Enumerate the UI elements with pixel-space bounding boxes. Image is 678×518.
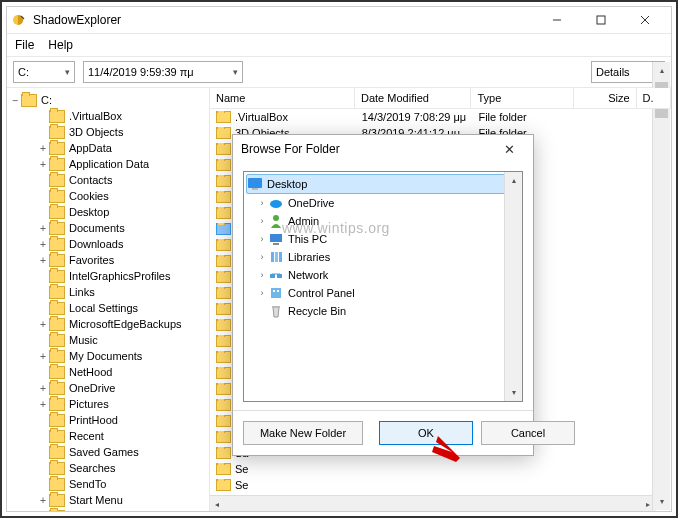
tree-item[interactable]: .VirtualBox	[9, 108, 207, 124]
folder-icon	[49, 190, 65, 203]
tree-item[interactable]: +AppData	[9, 140, 207, 156]
folder-icon	[49, 270, 65, 283]
folder-icon	[49, 110, 65, 123]
tree-item[interactable]: +Templates	[9, 508, 207, 511]
pointer-arrow-icon	[430, 434, 466, 464]
folder-icon	[49, 382, 65, 395]
tree-item[interactable]: NetHood	[9, 364, 207, 380]
window-title: ShadowExplorer	[33, 13, 535, 27]
menu-help[interactable]: Help	[48, 38, 73, 52]
tree-item[interactable]: +Favorites	[9, 252, 207, 268]
folder-icon	[49, 462, 65, 475]
col-size[interactable]: Size	[574, 88, 637, 108]
dialog-tree-item[interactable]: Recycle Bin	[246, 302, 520, 320]
folder-icon	[49, 238, 65, 251]
dialog-close-button[interactable]: ✕	[493, 142, 525, 157]
folder-icon	[49, 350, 65, 363]
dialog-tree-item[interactable]: ›OneDrive	[246, 194, 520, 212]
list-row[interactable]: .VirtualBox14/3/2019 7:08:29 μμFile fold…	[210, 109, 671, 125]
tree-item[interactable]: +My Documents	[9, 348, 207, 364]
folder-icon	[216, 223, 231, 235]
tree-item[interactable]: 3D Objects	[9, 124, 207, 140]
folder-icon	[216, 415, 231, 427]
folder-icon	[216, 287, 231, 299]
tree-item[interactable]: SendTo	[9, 476, 207, 492]
tree-item[interactable]: +OneDrive	[9, 380, 207, 396]
folder-icon	[49, 478, 65, 491]
folder-tree[interactable]: −C: .VirtualBox3D Objects+AppData+Applic…	[7, 88, 210, 511]
list-hscroll[interactable]: ◂▸	[210, 495, 656, 511]
tree-item[interactable]: +Pictures	[9, 396, 207, 412]
folder-icon	[49, 318, 65, 331]
tree-item[interactable]: Desktop	[9, 204, 207, 220]
tree-item[interactable]: Recent	[9, 428, 207, 444]
dialog-tree-item[interactable]: ›Libraries	[246, 248, 520, 266]
snapshot-combo[interactable]: 11/4/2019 9:59:39 πμ▾	[83, 61, 243, 83]
tree-item[interactable]: +Documents	[9, 220, 207, 236]
drive-combo[interactable]: C:▾	[13, 61, 75, 83]
tree-item[interactable]: +Start Menu	[9, 492, 207, 508]
svg-marker-21	[432, 436, 460, 462]
window-vscroll[interactable]: ▴▾	[652, 62, 670, 510]
cancel-button[interactable]: Cancel	[481, 421, 575, 445]
svg-rect-11	[271, 252, 274, 262]
folder-icon	[49, 126, 65, 139]
tree-item[interactable]: Cookies	[9, 188, 207, 204]
tree-item[interactable]: IntelGraphicsProfiles	[9, 268, 207, 284]
dialog-tree-item[interactable]: ›Network	[246, 266, 520, 284]
svg-rect-20	[272, 306, 280, 308]
list-row[interactable]: Se8/	[210, 477, 671, 493]
folder-icon	[216, 431, 231, 443]
minimize-button[interactable]	[535, 9, 579, 31]
svg-rect-6	[252, 188, 258, 190]
folder-icon	[49, 366, 65, 379]
dialog-tree-scroll[interactable]: ▴▾	[504, 172, 522, 401]
folder-icon	[49, 174, 65, 187]
svg-point-7	[270, 200, 282, 208]
control-panel-icon	[268, 285, 284, 301]
tree-item[interactable]: Music	[9, 332, 207, 348]
chevron-down-icon: ▾	[233, 67, 238, 77]
folder-icon	[216, 175, 231, 187]
tree-item-desktop[interactable]: Desktop	[246, 174, 520, 194]
tree-item[interactable]: Links	[9, 284, 207, 300]
col-type[interactable]: Type	[471, 88, 573, 108]
close-button[interactable]	[623, 9, 667, 31]
folder-icon	[216, 319, 231, 331]
make-new-folder-button[interactable]: Make New Folder	[243, 421, 363, 445]
maximize-button[interactable]	[579, 9, 623, 31]
folder-icon	[216, 191, 231, 203]
dialog-tree-item[interactable]: ›Control Panel	[246, 284, 520, 302]
col-name[interactable]: Name	[210, 88, 355, 108]
folder-icon	[49, 430, 65, 443]
svg-rect-12	[275, 252, 278, 262]
tree-item[interactable]: Local Settings	[9, 300, 207, 316]
dialog-folder-tree[interactable]: Desktop ›OneDrive›Admin›This PC›Librarie…	[243, 171, 523, 402]
tree-item[interactable]: +Application Data	[9, 156, 207, 172]
folder-icon	[216, 399, 231, 411]
libraries-icon	[268, 249, 284, 265]
app-icon	[11, 12, 27, 28]
tree-item[interactable]: PrintHood	[9, 412, 207, 428]
folder-icon	[49, 494, 65, 507]
tree-item[interactable]: Saved Games	[9, 444, 207, 460]
col-date[interactable]: Date Modified	[355, 88, 471, 108]
folder-icon	[216, 127, 231, 139]
tree-item[interactable]: +Downloads	[9, 236, 207, 252]
folder-icon	[21, 94, 37, 107]
folder-icon	[49, 142, 65, 155]
tree-item[interactable]: Contacts	[9, 172, 207, 188]
dialog-titlebar: Browse For Folder ✕	[233, 135, 533, 163]
folder-icon	[216, 271, 231, 283]
onedrive-icon	[268, 195, 284, 211]
menu-file[interactable]: File	[15, 38, 34, 52]
folder-icon	[216, 303, 231, 315]
folder-icon	[49, 158, 65, 171]
folder-icon	[216, 239, 231, 251]
folder-icon	[49, 286, 65, 299]
tree-item[interactable]: Searches	[9, 460, 207, 476]
folder-icon	[216, 335, 231, 347]
folder-icon	[216, 463, 231, 475]
tree-item[interactable]: +MicrosoftEdgeBackups	[9, 316, 207, 332]
col-d[interactable]: D.	[637, 88, 671, 108]
